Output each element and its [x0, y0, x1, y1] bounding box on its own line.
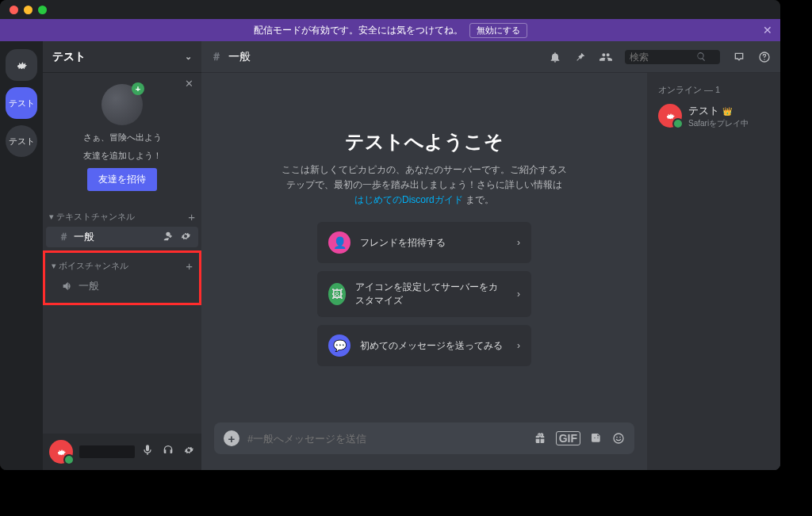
hash-icon: ＃ [59, 230, 69, 244]
guild-home[interactable] [6, 49, 37, 81]
member-name: テスト [688, 104, 719, 118]
text-channel-general[interactable]: ＃ 一般 [46, 227, 198, 247]
search-box[interactable] [625, 50, 720, 64]
invite-friends-button[interactable]: 友達を招待 [87, 168, 157, 191]
self-username-redacted [79, 445, 135, 458]
guild-active[interactable]: テスト [6, 87, 37, 119]
banner-text: 配信モードが有効です。安全には気をつけてね。 [254, 24, 463, 37]
inbox-icon[interactable] [733, 51, 745, 63]
plus-badge-icon: + [132, 82, 144, 95]
invite-friends-card: ✕ + さぁ、冒険へ出よう 友達を追加しよう！ 友達を招待 [43, 73, 201, 205]
welcome-card-invite[interactable]: 👤 フレンドを招待する › [317, 222, 531, 263]
channel-sidebar: テスト ⌄ ✕ + さぁ、冒険へ出よう 友達を追加しよう！ 友達を招待 ▾ テキ… [43, 41, 201, 470]
member-avatar [658, 104, 682, 128]
window-titlebar [0, 0, 780, 19]
banner-close-icon[interactable]: ✕ [763, 24, 772, 36]
guild-other[interactable]: テスト [6, 125, 37, 157]
add-voice-channel-icon[interactable]: + [186, 259, 193, 273]
invite-card-avatar: + [102, 84, 143, 125]
help-icon[interactable] [758, 51, 771, 63]
main-area: ＃ 一般 テストへようこそ [201, 41, 780, 470]
members-toggle-icon[interactable] [599, 51, 612, 63]
user-settings-icon[interactable] [182, 444, 195, 460]
sticker-icon[interactable] [590, 431, 603, 445]
voice-channel-general[interactable]: 一般 [48, 276, 196, 296]
channel-title: 一般 [228, 50, 251, 64]
invite-card-line2: 友達を追加しよう！ [83, 150, 162, 162]
create-invite-icon[interactable] [162, 230, 174, 244]
streamer-mode-banner: 配信モードが有効です。安全には気をつけてね。 無効にする ✕ [0, 19, 780, 41]
server-header[interactable]: テスト ⌄ [43, 41, 201, 73]
maximize-window-dot[interactable] [38, 6, 47, 14]
chevron-right-icon: › [517, 237, 520, 248]
channel-header: ＃ 一般 [201, 41, 780, 73]
members-group-label: オンライン — 1 [653, 84, 774, 101]
server-name: テスト [52, 50, 86, 64]
self-avatar[interactable] [49, 440, 73, 464]
notifications-icon[interactable] [549, 51, 561, 63]
channel-name: 一般 [74, 230, 94, 244]
welcome-card-customize[interactable]: 🖼 アイコンを設定してサーバーをカスタマイズ › [317, 271, 531, 317]
message-composer: + GIF [201, 422, 647, 470]
member-status: Safariをプレイ中 [688, 118, 749, 129]
channel-name: 一般 [79, 279, 99, 293]
search-input[interactable] [630, 52, 693, 63]
invite-card-close-icon[interactable]: ✕ [185, 78, 193, 90]
voice-channels-highlight: ▾ ボイスチャンネル + 一般 [43, 250, 201, 305]
deafen-icon[interactable] [162, 444, 174, 460]
minimize-window-dot[interactable] [24, 6, 33, 14]
channel-settings-icon[interactable] [179, 230, 192, 244]
chevron-right-icon: › [517, 340, 520, 351]
hash-icon: ＃ [211, 50, 222, 64]
message-card-icon: 💬 [328, 334, 350, 357]
message-input[interactable] [247, 433, 526, 445]
invite-card-line1: さぁ、冒険へ出よう [83, 132, 162, 143]
welcome-section: テストへようこそ ここは新しくてピカピカの、あなたのサーバーです。ご紹介するステ… [201, 73, 647, 422]
gif-icon[interactable]: GIF [556, 431, 580, 445]
banner-disable-button[interactable]: 無効にする [469, 23, 527, 38]
welcome-title: テストへようこそ [345, 129, 504, 155]
customize-card-icon: 🖼 [328, 283, 346, 305]
svg-point-3 [616, 437, 618, 438]
welcome-card-first-message[interactable]: 💬 初めてのメッセージを送ってみる › [317, 325, 531, 366]
speaker-icon [61, 280, 74, 292]
voice-channels-category[interactable]: ▾ ボイスチャンネル + [45, 254, 199, 276]
member-row[interactable]: テスト👑 Safariをプレイ中 [653, 101, 774, 132]
chevron-right-icon: › [517, 289, 520, 300]
search-icon [696, 52, 707, 62]
welcome-description: ここは新しくてピカピカの、あなたのサーバーです。ご紹介するステップで、最初の一歩… [282, 162, 567, 208]
mute-icon[interactable] [141, 444, 154, 460]
svg-point-2 [614, 434, 623, 443]
invite-card-icon: 👤 [328, 231, 350, 254]
members-panel: オンライン — 1 テスト👑 Safariをプレイ中 [647, 73, 780, 470]
add-text-channel-icon[interactable]: + [188, 210, 195, 224]
guild-list: テスト テスト [0, 41, 43, 470]
emoji-icon[interactable] [612, 431, 625, 445]
chevron-down-icon: ⌄ [185, 52, 192, 62]
attach-button[interactable]: + [224, 430, 239, 446]
svg-point-4 [619, 437, 621, 438]
user-panel [43, 434, 201, 470]
welcome-guide-link[interactable]: はじめてのDiscordガイド [354, 194, 463, 205]
svg-point-1 [764, 59, 764, 59]
pinned-icon[interactable] [574, 51, 587, 63]
crown-icon: 👑 [722, 107, 732, 116]
gift-icon[interactable] [534, 431, 546, 445]
close-window-dot[interactable] [10, 6, 18, 14]
text-channels-category[interactable]: ▾ テキストチャンネル + [43, 205, 201, 227]
